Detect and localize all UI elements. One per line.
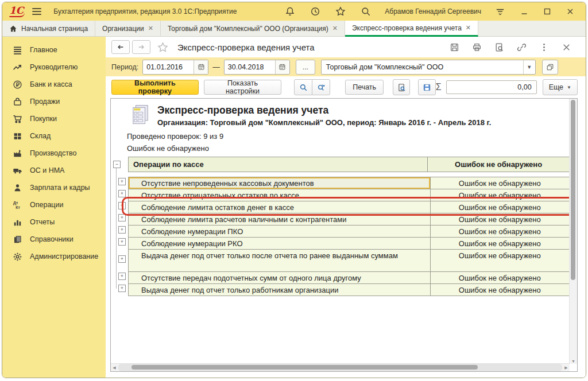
date-to-input[interactable] <box>225 60 275 74</box>
sidebar-item-fixed-assets[interactable]: ОС и НМА <box>2 162 106 179</box>
table-row[interactable]: Соблюдение нумерации ПКО Ошибок не обнар… <box>129 226 570 238</box>
table-row[interactable]: Отсутствие непроведенных кассовых докуме… <box>129 177 570 189</box>
save-icon[interactable] <box>450 42 459 52</box>
maximize-icon[interactable] <box>543 7 552 16</box>
check-name-cell[interactable]: Отсутствие передач подотчетных сумм от о… <box>129 272 431 284</box>
sidebar-item-administration[interactable]: Администрирование <box>2 248 106 265</box>
check-name-cell[interactable]: Соблюдение лимита остатков денег в кассе <box>129 201 431 213</box>
tab-organization-card[interactable]: Торговый дом "Комплексный" ООО (Организа… <box>161 21 345 36</box>
vertical-scrollbar[interactable]: ▼ <box>569 99 577 364</box>
print-icon[interactable] <box>472 42 482 52</box>
search-icon[interactable] <box>361 6 371 17</box>
check-name-cell[interactable]: Выдача денег под отчет только после отче… <box>129 250 431 272</box>
expand-row-toggle[interactable]: + <box>118 190 126 197</box>
forward-button[interactable] <box>132 40 150 54</box>
scroll-down-arrow-icon[interactable]: ▼ <box>571 359 575 363</box>
tab-organizations[interactable]: Организации ✕ <box>95 21 161 36</box>
date-from-input[interactable] <box>143 60 194 74</box>
expand-row-toggle[interactable]: + <box>118 285 126 292</box>
notifications-bell-icon[interactable] <box>285 6 295 17</box>
sidebar-item-warehouse[interactable]: Склад <box>2 127 106 145</box>
sidebar-item-purchases[interactable]: Покупки <box>2 110 106 127</box>
period-more-button[interactable]: ... <box>296 60 315 75</box>
check-status-cell[interactable]: Ошибок не обнаружено <box>430 201 569 213</box>
table-row[interactable]: Выдача денег под отчет только после отче… <box>129 250 570 272</box>
check-name-cell[interactable]: Выдача денег под отчет только работникам… <box>129 284 431 296</box>
sidebar-item-salary-hr[interactable]: Зарплата и кадры <box>2 179 106 196</box>
tab-close-icon[interactable]: ✕ <box>332 25 338 32</box>
vertical-scrollbar-thumb[interactable] <box>571 100 575 280</box>
close-form-icon[interactable] <box>562 42 571 52</box>
get-link-icon[interactable] <box>517 42 527 52</box>
check-status-cell[interactable]: Ошибок не обнаружено <box>430 238 569 250</box>
horizontal-scrollbar-thumb[interactable] <box>131 365 478 370</box>
favorite-star-icon[interactable] <box>157 42 168 53</box>
main-menu-icon[interactable] <box>30 6 43 17</box>
sidebar-item-reports[interactable]: Отчеты <box>2 213 106 231</box>
tab-home[interactable]: Начальная страница <box>2 21 95 36</box>
tab-close-icon[interactable]: ✕ <box>148 25 153 32</box>
report-preview-icon[interactable] <box>393 79 410 95</box>
expand-row-toggle[interactable]: + <box>118 255 126 263</box>
check-status-cell[interactable]: Ошибок не обнаружено <box>430 226 569 238</box>
sum-input[interactable] <box>446 80 537 94</box>
expand-row-toggle[interactable]: + <box>118 214 126 221</box>
check-status-cell[interactable]: Ошибок не обнаружено <box>430 189 569 201</box>
check-status-cell[interactable]: Ошибок не обнаружено <box>430 272 569 284</box>
organization-combo[interactable]: Торговый дом "Комплексный" ООО ▼ <box>321 60 536 75</box>
expand-row-toggle[interactable]: + <box>118 226 126 234</box>
check-status-cell[interactable]: Ошибок не обнаружено <box>430 250 569 272</box>
sidebar-item-directories[interactable]: Справочники <box>2 231 106 248</box>
report-save-icon[interactable] <box>418 79 435 95</box>
expand-row-toggle[interactable]: + <box>118 273 126 280</box>
expand-row-toggle[interactable]: + <box>118 202 126 209</box>
scroll-right-arrow-icon[interactable]: ▶ <box>563 366 570 370</box>
check-name-cell[interactable]: Соблюдение нумерации РКО <box>129 238 431 250</box>
find-icon[interactable] <box>294 79 312 95</box>
sidebar-item-production[interactable]: Производство <box>2 145 106 162</box>
sidebar-item-bank-cash[interactable]: Банк и касса <box>2 76 106 93</box>
tab-express-check[interactable]: Экспресс-проверка ведения учета ✕ <box>345 21 478 37</box>
service-settings-icon[interactable] <box>495 6 505 17</box>
table-row[interactable]: Отсутствие передач подотчетных сумм от о… <box>129 272 570 284</box>
check-status-cell[interactable]: Ошибок не обнаружено <box>430 213 569 226</box>
horizontal-scrollbar[interactable]: ◀ ▶ <box>111 363 570 371</box>
cancel-search-icon[interactable] <box>312 79 330 95</box>
sidebar-item-operations[interactable]: ДтКт Операции <box>2 196 106 213</box>
report-print-button[interactable]: Печать <box>345 80 384 95</box>
user-menu[interactable]: Абрамов Геннадий Сергеевич <box>385 7 481 15</box>
expand-row-toggle[interactable]: + <box>118 178 126 185</box>
check-status-cell[interactable]: Ошибок не обнаружено <box>430 284 569 296</box>
horizontal-scrollbar-track[interactable] <box>118 364 562 371</box>
check-name-cell[interactable]: Отсутствие отрицательных остатков по кас… <box>129 189 431 201</box>
run-check-button[interactable]: Выполнить проверку <box>111 80 199 95</box>
table-row-highlighted[interactable]: Соблюдение лимита остатков денег в кассе… <box>129 201 570 213</box>
table-row[interactable]: Отсутствие отрицательных остатков по кас… <box>129 189 570 201</box>
back-button[interactable] <box>111 40 130 54</box>
more-actions-button[interactable]: Еще ▼ <box>543 79 578 95</box>
chevron-down-icon[interactable]: ▼ <box>523 60 535 74</box>
check-name-cell[interactable]: Соблюдение нумерации ПКО <box>129 226 431 238</box>
group-status-cell[interactable]: Ошибок не обнаружено <box>428 157 570 172</box>
check-name-cell[interactable]: Отсутствие непроведенных кассовых докуме… <box>129 177 431 189</box>
close-window-icon[interactable] <box>566 7 575 16</box>
check-status-cell[interactable]: Ошибок не обнаружено <box>430 177 569 189</box>
sidebar-item-manager[interactable]: Руководителю <box>2 59 106 76</box>
calendar-icon[interactable] <box>194 60 208 74</box>
choose-from-list-icon[interactable] <box>542 60 558 75</box>
show-settings-button[interactable]: Показать настройки <box>204 80 281 95</box>
scroll-left-arrow-icon[interactable]: ◀ <box>111 366 118 370</box>
table-row[interactable]: Соблюдение лимита расчетов наличными с к… <box>129 213 570 226</box>
collapse-group-toggle[interactable]: − <box>113 161 121 168</box>
sidebar-item-sales[interactable]: Продажи <box>2 93 106 110</box>
favorites-star-icon[interactable] <box>335 6 346 17</box>
expand-row-toggle[interactable]: + <box>118 238 126 246</box>
history-icon[interactable] <box>310 6 320 17</box>
tab-close-icon[interactable]: ✕ <box>466 24 471 32</box>
calendar-icon[interactable] <box>275 60 289 74</box>
sidebar-item-main[interactable]: Главное <box>2 41 106 59</box>
table-row[interactable]: Выдача денег под отчет только работникам… <box>129 284 570 296</box>
group-header-cell[interactable]: Операции по кассе <box>129 157 428 172</box>
check-name-cell[interactable]: Соблюдение лимита расчетов наличными с к… <box>129 213 431 226</box>
more-menu-icon[interactable] <box>539 42 549 52</box>
